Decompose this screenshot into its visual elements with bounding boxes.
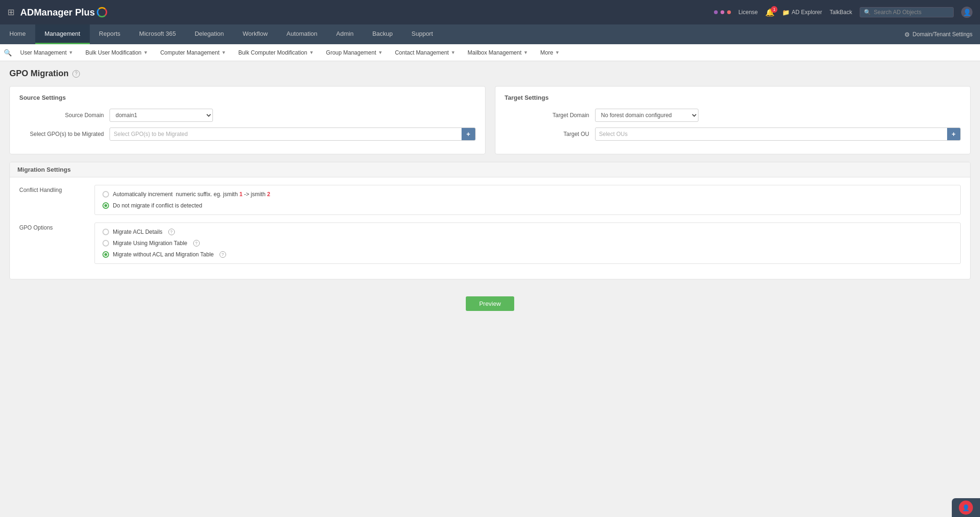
preview-row: Preview <box>9 287 971 320</box>
gpo-migrate-without-radio[interactable] <box>102 251 109 258</box>
search-input[interactable] <box>874 9 949 16</box>
gpo-migrate-acl-radio[interactable] <box>102 229 109 235</box>
more-dropdown-icon: ▼ <box>555 50 560 55</box>
ad-explorer-label: AD Explorer <box>792 9 822 16</box>
page-help-icon[interactable]: ? <box>72 70 80 78</box>
target-ou-control: + <box>595 127 961 141</box>
gpo-migrate-table-radio[interactable] <box>102 240 109 247</box>
subnav-user-management-label: User Management <box>20 49 67 56</box>
tab-workflow[interactable]: Workflow <box>233 24 277 44</box>
tab-automation[interactable]: Automation <box>277 24 327 44</box>
gpo-migrate-without-radio-inner <box>104 253 107 256</box>
target-ou-add-button[interactable]: + <box>947 128 960 140</box>
license-link[interactable]: License <box>738 9 758 16</box>
tab-home[interactable]: Home <box>0 24 35 44</box>
migrate-table-info-icon[interactable]: ? <box>193 240 200 247</box>
subnav-bulk-computer-modification[interactable]: Bulk Computer Modification ▼ <box>233 48 320 58</box>
logo: ADManager Plus <box>20 7 107 18</box>
dot-purple <box>714 10 718 14</box>
source-domain-label: Source Domain <box>19 112 104 119</box>
page-title-row: GPO Migration ? <box>9 69 971 79</box>
subnav-computer-management[interactable]: Computer Management ▼ <box>155 48 232 58</box>
search-box[interactable]: 🔍 <box>860 7 954 17</box>
subnav-bulk-user-modification[interactable]: Bulk User Modification ▼ <box>80 48 154 58</box>
gpo-options-box: Migrate ACL Details ? Migrate Using Migr… <box>94 223 961 264</box>
migration-settings-header: Migration Settings <box>10 162 970 177</box>
subnav-group-management[interactable]: Group Management ▼ <box>321 48 389 58</box>
select-gpo-label: Select GPO(s) to be Migrated <box>19 131 104 137</box>
user-avatar[interactable]: 👤 <box>961 7 972 18</box>
select-gpo-input[interactable] <box>110 128 462 140</box>
subnav-contact-management[interactable]: Contact Management ▼ <box>389 48 461 58</box>
sub-nav-search-icon[interactable]: 🔍 <box>4 49 12 56</box>
domain-settings-label: Domain/Tenant Settings <box>913 31 972 38</box>
conflict-no-migrate-label: Do not migrate if conflict is detected <box>113 202 202 209</box>
migrate-without-info-icon[interactable]: ? <box>220 251 226 258</box>
select-gpo-add-button[interactable]: + <box>462 128 475 140</box>
source-domain-row: Source Domain domain1 <box>19 109 476 122</box>
source-settings-panel: Source Settings Source Domain domain1 Se… <box>9 86 486 154</box>
notification-bell[interactable]: 🔔 1 <box>765 8 775 17</box>
target-settings-panel: Target Settings Target Domain No forest … <box>495 86 971 154</box>
conflict-handling-row: Conflict Handling Automatically incremen… <box>19 185 961 215</box>
page-content: GPO Migration ? Source Settings Source D… <box>0 61 980 328</box>
subnav-computer-label: Computer Management <box>160 49 220 56</box>
conflict-options-box: Automatically increment numeric suffix. … <box>94 185 961 215</box>
logo-arc-icon <box>97 7 107 17</box>
migrate-acl-info-icon[interactable]: ? <box>168 229 175 235</box>
subnav-mailbox-management[interactable]: Mailbox Management ▼ <box>462 48 534 58</box>
computer-dropdown-icon: ▼ <box>221 50 226 55</box>
subnav-more[interactable]: More ▼ <box>534 48 565 58</box>
num1: 1 <box>239 191 243 198</box>
tab-support[interactable]: Support <box>402 24 443 44</box>
gpo-migrate-without-option: Migrate without ACL and Migration Table … <box>102 251 953 258</box>
sub-nav: 🔍 User Management ▼ Bulk User Modificati… <box>0 44 980 61</box>
source-domain-select[interactable]: domain1 <box>110 109 213 122</box>
notification-badge: 1 <box>771 6 777 13</box>
conflict-auto-radio[interactable] <box>102 191 109 198</box>
target-settings-title: Target Settings <box>505 94 961 101</box>
tab-microsoft365[interactable]: Microsoft 365 <box>130 24 185 44</box>
tab-backup[interactable]: Backup <box>363 24 402 44</box>
bulk-user-dropdown-icon: ▼ <box>143 50 148 55</box>
ad-explorer-link[interactable]: 📁 AD Explorer <box>782 9 822 16</box>
gpo-migrate-acl-label: Migrate ACL Details <box>113 229 163 235</box>
dot-red <box>727 10 731 14</box>
migration-settings-body: Conflict Handling Automatically incremen… <box>10 177 970 279</box>
source-domain-control: domain1 <box>110 109 476 122</box>
domain-settings-btn[interactable]: ⚙ Domain/Tenant Settings <box>897 24 980 44</box>
subnav-user-management[interactable]: User Management ▼ <box>15 48 79 58</box>
conflict-handling-label: Conflict Handling <box>19 185 94 215</box>
mailbox-dropdown-icon: ▼ <box>524 50 528 55</box>
subnav-more-label: More <box>540 49 553 56</box>
subnav-group-label: Group Management <box>326 49 376 56</box>
talkback-link[interactable]: TalkBack <box>830 9 852 16</box>
user-management-dropdown-icon: ▼ <box>69 50 73 55</box>
subnav-bulk-computer-label: Bulk Computer Modification <box>238 49 307 56</box>
target-ou-input[interactable] <box>596 128 947 140</box>
conflict-no-migrate-radio-inner <box>104 204 107 207</box>
tab-delegation[interactable]: Delegation <box>185 24 233 44</box>
target-domain-select[interactable]: No forest domain configured <box>595 109 698 122</box>
gpo-migrate-table-option: Migrate Using Migration Table ? <box>102 240 953 247</box>
conflict-no-migrate-radio[interactable] <box>102 202 109 209</box>
conflict-auto-increment-option: Automatically increment numeric suffix. … <box>102 191 953 198</box>
target-domain-control: No forest domain configured <box>595 109 961 122</box>
tab-management[interactable]: Management <box>35 24 90 44</box>
source-settings-title: Source Settings <box>19 94 476 101</box>
bulk-computer-dropdown-icon: ▼ <box>309 50 314 55</box>
select-gpo-input-group: + <box>110 127 476 141</box>
top-bar-left: ⊞ ADManager Plus <box>8 7 107 18</box>
dot-pink <box>721 10 724 14</box>
grid-icon[interactable]: ⊞ <box>8 7 15 17</box>
preview-button[interactable]: Preview <box>466 296 514 311</box>
target-ou-input-group: + <box>595 127 961 141</box>
num2: 2 <box>267 191 270 198</box>
page-title: GPO Migration <box>9 69 69 79</box>
search-icon: 🔍 <box>864 9 871 16</box>
tab-reports[interactable]: Reports <box>90 24 130 44</box>
top-bar: ⊞ ADManager Plus License 🔔 1 📁 AD Explor… <box>0 0 980 24</box>
subnav-contact-label: Contact Management <box>395 49 449 56</box>
tab-admin[interactable]: Admin <box>327 24 363 44</box>
subnav-mailbox-label: Mailbox Management <box>468 49 522 56</box>
